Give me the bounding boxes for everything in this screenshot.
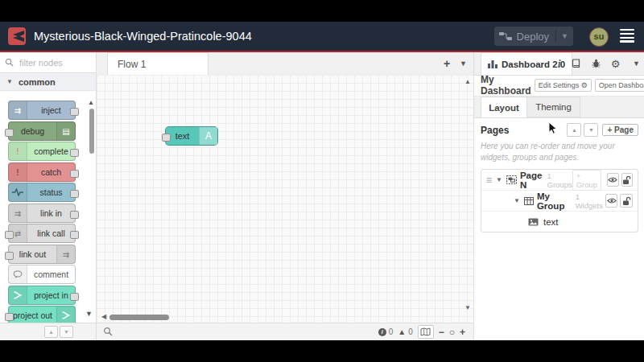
comment-icon bbox=[9, 265, 27, 283]
tree-row-page[interactable]: ≡ ▼ Page N 1 Groups + Group bbox=[481, 170, 638, 191]
edit-settings-button[interactable]: Edit Settings ⚙ bbox=[535, 79, 592, 92]
palette-node-list: ⇉ inject debug ▤ ! complete ! catch bbox=[0, 91, 96, 323]
palette-scrollbar-thumb[interactable] bbox=[89, 109, 94, 154]
pages-help-text: Here you can re-order and move your widg… bbox=[481, 141, 638, 163]
node-red-app: Mysterious-Black-Winged-Pratincole-9044 … bbox=[0, 22, 644, 340]
palette-node-catch[interactable]: ! catch bbox=[8, 162, 76, 182]
flow-canvas[interactable]: text A ▲ ▼ ◀ bbox=[97, 75, 473, 323]
palette-node-link-call[interactable]: ⇄ link call bbox=[8, 224, 76, 243]
tab-layout[interactable]: Layout bbox=[481, 97, 527, 117]
palette-node-project-out[interactable]: project out bbox=[8, 306, 76, 323]
sidebar-more-caret-icon[interactable]: ▼ bbox=[633, 60, 640, 68]
chevron-down-icon[interactable]: ▼ bbox=[496, 176, 502, 183]
add-group-button[interactable]: + Group bbox=[572, 170, 601, 191]
palette-node-debug[interactable]: debug ▤ bbox=[8, 121, 76, 141]
palette-search[interactable] bbox=[0, 52, 96, 73]
text-widget-icon: A bbox=[199, 127, 217, 145]
complete-icon: ! bbox=[9, 142, 27, 160]
config-nodes-tab-icon[interactable]: ⚙ bbox=[611, 58, 621, 70]
node-output-port bbox=[70, 211, 79, 219]
header: Mysterious-Black-Winged-Pratincole-9044 … bbox=[0, 22, 644, 52]
warning-count: 0 bbox=[408, 327, 413, 336]
add-flow-button[interactable]: + bbox=[444, 57, 450, 70]
palette-node-complete[interactable]: ! complete bbox=[8, 142, 76, 161]
drag-handle-icon[interactable]: ≡ bbox=[486, 175, 492, 186]
deploy-label: Deploy bbox=[517, 31, 549, 43]
deploy-divider bbox=[555, 30, 556, 43]
palette-node-link-out[interactable]: link out ⇉ bbox=[8, 245, 76, 264]
search-icon bbox=[5, 58, 14, 67]
canvas-scroll-up-icon[interactable]: ▲ bbox=[464, 78, 471, 85]
page-icon bbox=[506, 175, 517, 184]
canvas-node-text[interactable]: text A bbox=[165, 126, 218, 146]
page-visibility-button[interactable] bbox=[607, 173, 618, 187]
dashboard-name: My Dashboard bbox=[481, 74, 531, 97]
tab-theming[interactable]: Theming bbox=[527, 97, 580, 117]
layout-panel: Pages ▲ ▼ + Page Here you can re-order a… bbox=[474, 117, 644, 340]
mouse-cursor bbox=[548, 121, 558, 136]
canvas-scroll-down-icon[interactable]: ▼ bbox=[464, 304, 471, 311]
filter-nodes-input[interactable] bbox=[18, 57, 93, 68]
palette-scroll-up-icon[interactable]: ▲ bbox=[88, 99, 94, 106]
status-icon bbox=[9, 183, 27, 201]
palette-collapse-all-button[interactable]: ▲ bbox=[44, 326, 58, 338]
user-avatar[interactable]: su bbox=[589, 27, 609, 47]
node-input-port bbox=[5, 129, 14, 137]
page-name: Page N bbox=[520, 171, 543, 190]
sidebar: Dashboard 2.0 i ⚙ ▼ My Dashboard Edit Se… bbox=[473, 52, 644, 340]
warning-count-icon[interactable]: ▲ bbox=[398, 327, 406, 336]
tree-row-widget[interactable]: text bbox=[481, 212, 638, 232]
bar-chart-icon bbox=[488, 60, 497, 68]
zoom-in-button[interactable]: + bbox=[460, 327, 465, 338]
canvas-scroll-left-icon[interactable]: ◀ bbox=[101, 313, 106, 320]
pages-tree: ≡ ▼ Page N 1 Groups + Group bbox=[481, 169, 638, 232]
inject-icon: ⇉ bbox=[9, 101, 27, 119]
zoom-out-button[interactable]: − bbox=[439, 327, 444, 338]
sidebar-tab-label: Dashboard 2.0 bbox=[502, 60, 565, 69]
canvas-hscrollbar-thumb[interactable] bbox=[109, 315, 169, 320]
status-bar: ▲ ▼ i 0 ▲ 0 − ○ + bbox=[0, 323, 473, 340]
debug-icon: ▤ bbox=[56, 122, 75, 140]
info-tab-icon[interactable]: i bbox=[558, 57, 561, 70]
catch-icon: ! bbox=[9, 163, 27, 181]
flow-tab-bar: Flow 1 + ▼ bbox=[97, 52, 473, 76]
page-lock-button[interactable] bbox=[621, 173, 633, 187]
link-out-icon: ⇉ bbox=[56, 245, 75, 263]
info-count-icon[interactable]: i bbox=[378, 328, 386, 336]
tree-row-group[interactable]: ▼ My Group 1 Widgets bbox=[481, 191, 638, 212]
open-dashboard-button[interactable]: Open Dashboard ↗ bbox=[595, 79, 644, 92]
navigator-toggle-button[interactable] bbox=[418, 325, 434, 339]
group-visibility-button[interactable] bbox=[605, 194, 618, 208]
tab-flow-1[interactable]: Flow 1 bbox=[107, 52, 208, 75]
palette-category-common[interactable]: ▼ common bbox=[0, 73, 96, 91]
deploy-button[interactable]: Deploy ▼ bbox=[494, 27, 573, 46]
add-page-button[interactable]: + Page bbox=[602, 124, 638, 136]
main-menu-button[interactable] bbox=[620, 29, 634, 44]
node-output-port bbox=[70, 170, 79, 178]
zoom-reset-button[interactable]: ○ bbox=[449, 327, 455, 338]
sidebar-tab-bar: Dashboard 2.0 i ⚙ ▼ bbox=[474, 52, 644, 76]
palette-node-project-in[interactable]: project in bbox=[8, 286, 76, 305]
palette-scroll-down-icon[interactable]: ▼ bbox=[85, 310, 93, 318]
debug-tab-icon[interactable] bbox=[592, 59, 601, 68]
node-output-port bbox=[70, 293, 79, 301]
chevron-down-icon[interactable]: ▼ bbox=[514, 197, 520, 204]
deploy-options-caret-icon[interactable]: ▼ bbox=[561, 32, 568, 40]
node-output-port bbox=[70, 190, 79, 198]
group-count: 1 Widgets bbox=[576, 192, 603, 210]
widget-name: text bbox=[543, 217, 559, 227]
menu-bar-icon bbox=[620, 40, 634, 42]
flow-list-caret-icon[interactable]: ▼ bbox=[460, 60, 467, 68]
search-flows-button[interactable] bbox=[103, 327, 113, 336]
palette-node-link-in[interactable]: ⇉ link in bbox=[8, 204, 76, 223]
palette-node-status[interactable]: status bbox=[8, 183, 76, 202]
move-page-up-button[interactable]: ▲ bbox=[567, 123, 581, 137]
palette-node-comment[interactable]: comment bbox=[8, 265, 76, 284]
help-tab-icon[interactable] bbox=[572, 59, 581, 68]
palette-node-inject[interactable]: ⇉ inject bbox=[8, 101, 76, 120]
group-name: My Group bbox=[537, 191, 572, 211]
screen: Mysterious-Black-Winged-Pratincole-9044 … bbox=[0, 0, 644, 362]
move-page-down-button[interactable]: ▼ bbox=[584, 123, 598, 137]
group-lock-button[interactable] bbox=[620, 194, 633, 208]
palette-expand-all-button[interactable]: ▼ bbox=[60, 326, 73, 338]
